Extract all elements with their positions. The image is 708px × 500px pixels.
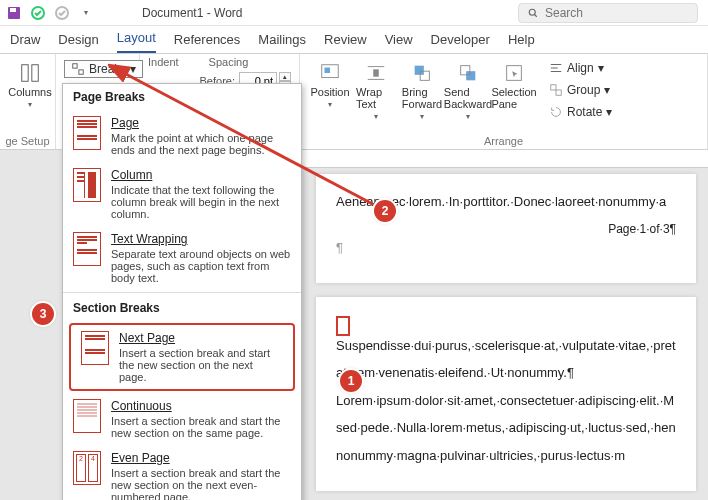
breaks-label: Breaks: [89, 62, 126, 76]
wrap-text-button[interactable]: Wrap Text▾: [354, 58, 398, 125]
send-backward-button[interactable]: Send Backward▾: [446, 58, 490, 125]
paragraph[interactable]: nonummy·magna·pulvinar·ultricies,·purus·…: [336, 446, 676, 466]
tab-layout[interactable]: Layout: [117, 26, 156, 53]
paragraph[interactable]: sed·pede.·Nulla·lorem·metus,·adipiscing·…: [336, 418, 676, 438]
svg-rect-6: [22, 65, 28, 82]
qat-dropdown-icon[interactable]: ▾: [78, 5, 94, 21]
tab-developer[interactable]: Developer: [431, 28, 490, 53]
rotate-button[interactable]: Rotate▾: [542, 102, 619, 122]
columns-label: Columns: [8, 86, 51, 98]
indent-header: Indent: [148, 56, 179, 68]
tab-mailings[interactable]: Mailings: [258, 28, 306, 53]
paragraph[interactable]: at·sem·venenatis·eleifend.·Ut·nonummy.¶: [336, 363, 676, 383]
dd-item-continuous[interactable]: ContinuousInsert a section break and sta…: [63, 393, 301, 445]
svg-rect-24: [556, 90, 561, 95]
tab-design[interactable]: Design: [58, 28, 98, 53]
svg-line-5: [535, 14, 537, 16]
dd-item-text-wrapping[interactable]: Text WrappingSeparate text around object…: [63, 226, 301, 290]
title-bar: ▾ Document1 - Word: [0, 0, 708, 26]
breaks-icon: [71, 62, 85, 76]
tab-view[interactable]: View: [385, 28, 413, 53]
page-number-field: Page·1·of·3¶: [336, 220, 676, 238]
align-button[interactable]: Align▾: [542, 58, 619, 78]
send-backward-icon: [457, 62, 479, 84]
page-1[interactable]: Aenean·nec·lorem.·In·porttitor.·Donec·la…: [316, 174, 696, 283]
svg-rect-1: [10, 8, 16, 12]
spacing-header: Spacing: [209, 56, 249, 68]
check-off-icon[interactable]: [54, 5, 70, 21]
search-box[interactable]: [518, 3, 698, 23]
spin-up-icon[interactable]: ▴: [279, 72, 291, 81]
paragraph[interactable]: Lorem·ipsum·dolor·sit·amet,·consectetuer…: [336, 391, 676, 411]
text-cursor: [336, 316, 350, 336]
svg-rect-9: [79, 70, 83, 74]
ribbon-tabs: Draw Design Layout References Mailings R…: [0, 26, 708, 54]
dd-section-section-breaks: Section Breaks: [63, 295, 301, 321]
columns-button[interactable]: Columns ▾: [8, 58, 52, 113]
dd-item-page[interactable]: PageMark the point at which one page end…: [63, 110, 301, 162]
text-wrapping-break-icon: [73, 232, 101, 266]
columns-icon: [19, 62, 41, 84]
svg-rect-7: [32, 65, 38, 82]
svg-point-4: [529, 9, 535, 15]
breaks-dropdown: Page Breaks PageMark the point at which …: [62, 83, 302, 500]
horizontal-ruler[interactable]: [300, 150, 708, 168]
bring-forward-icon: [411, 62, 433, 84]
wrap-text-icon: [365, 62, 387, 84]
tab-help[interactable]: Help: [508, 28, 535, 53]
page-2[interactable]: Suspendisse·dui·purus,·scelerisque·at,·v…: [316, 297, 696, 491]
position-icon: [319, 62, 341, 84]
column-break-icon: [73, 168, 101, 202]
group-button[interactable]: Group▾: [542, 80, 619, 100]
svg-rect-15: [415, 66, 424, 75]
check-icon[interactable]: [30, 5, 46, 21]
svg-rect-12: [373, 69, 379, 76]
window-title: Document1 - Word: [142, 6, 242, 20]
paragraph[interactable]: Suspendisse·dui·purus,·scelerisque·at,·v…: [336, 315, 676, 355]
group-page-setup-left: Columns ▾ ge Setup: [0, 54, 56, 149]
bring-forward-button[interactable]: Bring Forward▾: [400, 58, 444, 125]
dd-item-column[interactable]: ColumnIndicate that the text following t…: [63, 162, 301, 226]
selection-pane-icon: [503, 62, 525, 84]
search-icon: [527, 7, 539, 19]
align-icon: [549, 61, 563, 75]
save-icon[interactable]: [6, 5, 22, 21]
svg-rect-8: [73, 64, 77, 68]
dd-item-even-page[interactable]: 24 Even PageInsert a section break and s…: [63, 445, 301, 500]
continuous-break-icon: [73, 399, 101, 433]
dd-section-page-breaks: Page Breaks: [63, 84, 301, 110]
separator: [63, 292, 301, 293]
search-input[interactable]: [545, 6, 685, 20]
chevron-down-icon: ▾: [28, 100, 32, 109]
annotation-badge-3: 3: [32, 303, 54, 325]
breaks-button[interactable]: Breaks ▾: [64, 60, 143, 78]
tab-review[interactable]: Review: [324, 28, 367, 53]
annotation-badge-1: 1: [340, 370, 362, 392]
next-page-break-icon: [81, 331, 109, 365]
dd-item-next-page[interactable]: Next PageInsert a section break and star…: [69, 323, 295, 391]
rotate-icon: [549, 105, 563, 119]
selection-pane-button[interactable]: Selection Pane: [492, 58, 536, 114]
svg-rect-23: [551, 85, 556, 90]
tab-draw[interactable]: Draw: [10, 28, 40, 53]
even-page-break-icon: 24: [73, 451, 101, 485]
group-label-page-setup: ge Setup: [0, 135, 55, 147]
tab-references[interactable]: References: [174, 28, 240, 53]
page-break-icon: [73, 116, 101, 150]
group-icon: [549, 83, 563, 97]
svg-rect-17: [466, 71, 475, 80]
svg-rect-11: [325, 68, 331, 74]
chevron-down-icon: ▾: [130, 62, 136, 76]
group-label-arrange: Arrange: [300, 135, 707, 147]
group-arrange: Position▾ Wrap Text▾ Bring Forward▾ Send…: [300, 54, 708, 149]
position-button[interactable]: Position▾: [308, 58, 352, 113]
pilcrow: ¶: [336, 238, 676, 258]
annotation-badge-2: 2: [374, 200, 396, 222]
